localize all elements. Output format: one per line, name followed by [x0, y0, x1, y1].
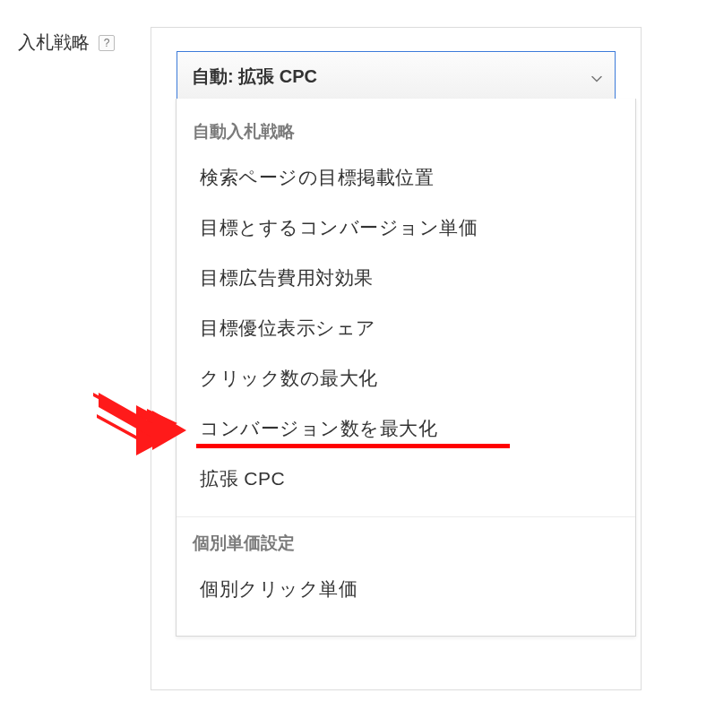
menu-item-enhanced-cpc[interactable]: 拡張 CPC: [177, 454, 635, 504]
menu-item-search-page-target-position[interactable]: 検索ページの目標掲載位置: [177, 152, 635, 203]
help-icon[interactable]: ?: [99, 35, 115, 51]
menu-item-maximize-conversions[interactable]: コンバージョン数を最大化: [177, 403, 635, 454]
chevron-down-icon: [591, 66, 602, 87]
menu-item-label: 目標広告費用対効果: [200, 267, 374, 288]
menu-item-maximize-clicks[interactable]: クリック数の最大化: [177, 353, 635, 403]
menu-item-label: 個別クリック単価: [200, 578, 358, 599]
dropdown-group-header-manual: 個別単価設定: [177, 523, 635, 564]
menu-item-target-roas[interactable]: 目標広告費用対効果: [177, 253, 635, 303]
menu-item-target-cpa[interactable]: 目標とするコンバージョン単価: [177, 203, 635, 253]
menu-item-label: 検索ページの目標掲載位置: [200, 167, 434, 187]
menu-item-label: 目標とするコンバージョン単価: [200, 217, 478, 238]
menu-item-label: 拡張 CPC: [200, 468, 285, 489]
bid-strategy-select[interactable]: 自動: 拡張 CPC: [177, 51, 616, 102]
bid-strategy-dropdown: 自動入札戦略 検索ページの目標掲載位置 目標とするコンバージョン単価 目標広告費…: [176, 99, 636, 637]
dropdown-divider: [177, 516, 635, 517]
menu-item-label: クリック数の最大化: [200, 368, 378, 388]
menu-item-manual-cpc[interactable]: 個別クリック単価: [177, 564, 635, 614]
menu-item-target-impression-share[interactable]: 目標優位表示シェア: [177, 303, 635, 353]
dropdown-group-header-auto: 自動入札戦略: [177, 111, 635, 152]
select-selected-label: 自動: 拡張 CPC: [192, 66, 317, 86]
menu-item-label: 目標優位表示シェア: [200, 317, 376, 338]
menu-item-label: コンバージョン数を最大化: [200, 418, 437, 438]
highlight-underline: [196, 444, 510, 448]
section-label: 入札戦略: [18, 30, 90, 55]
